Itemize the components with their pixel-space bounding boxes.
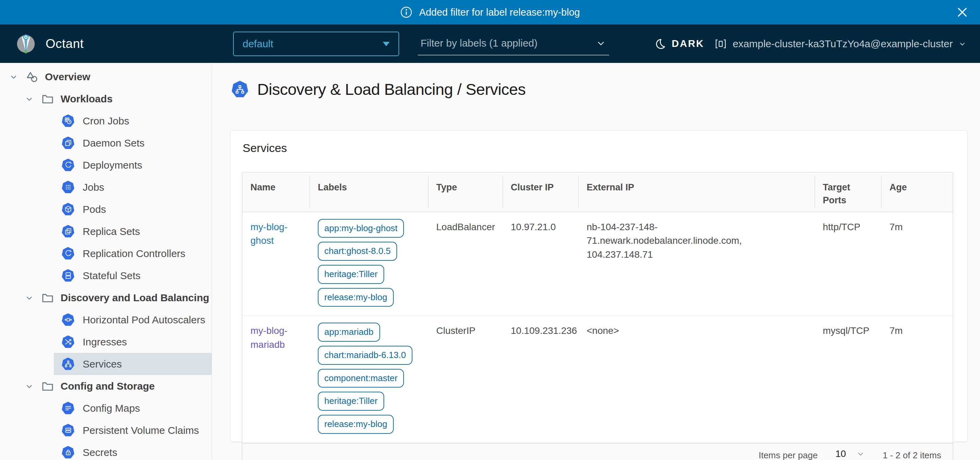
label-filter-input[interactable]: Filter by labels (1 applied) [418, 32, 609, 56]
column-header-type: Type [428, 172, 503, 212]
pvc-icon [62, 424, 75, 437]
sidebar-item-label: Overview [45, 71, 90, 82]
sidebar-item-label: Jobs [83, 182, 104, 193]
notification-text: Added filter for label release:my-blog [419, 7, 580, 18]
cell-age: 7m [881, 316, 953, 442]
chevron-down-icon[interactable] [24, 94, 34, 104]
sidebar-item-horizontal-pod-autoscalers[interactable]: Horizontal Pod Autoscalers [0, 309, 212, 331]
service-icon [62, 358, 75, 371]
sidebar-item-jobs[interactable]: Jobs [0, 176, 212, 198]
label-filter-text: Filter by labels (1 applied) [421, 37, 538, 49]
label-pill[interactable]: chart:mariadb-6.13.0 [318, 346, 412, 365]
sidebar-item-deployments[interactable]: Deployments [0, 154, 212, 176]
sidebar-item-config-and-storage[interactable]: Config and Storage [0, 375, 212, 397]
pagination-range: 1 - 2 of 2 items [883, 450, 941, 460]
label-pill[interactable]: heritage:Tiller [318, 392, 384, 411]
ingress-icon [62, 336, 75, 349]
label-pill[interactable]: release:my-blog [318, 415, 394, 434]
sidebar-item-label: Horizontal Pod Autoscalers [83, 314, 205, 326]
label-pill[interactable]: chart:ghost-8.0.5 [318, 242, 397, 261]
sidebar-item-discovery-and-load-balancing[interactable]: Discovery and Load Balancing [0, 287, 212, 309]
sidebar-item-replication-controllers[interactable]: Replication Controllers [0, 243, 212, 265]
close-icon[interactable] [956, 6, 969, 18]
replicaset-icon [62, 225, 75, 238]
cell-cluster-ip: 10.97.21.0 [503, 212, 579, 316]
cell-labels: app:my-blog-ghostchart:ghost-8.0.5herita… [310, 212, 428, 316]
app-header: Octant default Filter by labels (1 appli… [0, 24, 980, 63]
items-per-page-label: Items per page [759, 450, 817, 460]
sidebar-item-workloads[interactable]: Workloads [0, 88, 212, 110]
folder-icon [41, 291, 54, 305]
sidebar-item-cron-jobs[interactable]: Cron Jobs [0, 110, 212, 132]
chevron-down-icon [958, 40, 966, 48]
sidebar-item-label: Cron Jobs [83, 115, 129, 127]
cell-age: 7m [881, 212, 953, 316]
sidebar-item-label: Secrets [83, 447, 118, 458]
cell-labels: app:mariadbchart:mariadb-6.13.0component… [310, 316, 428, 442]
cell-cluster-ip: 10.109.231.236 [503, 316, 579, 442]
hpa-icon [62, 314, 75, 327]
sidebar-item-pods[interactable]: Pods [0, 198, 212, 220]
page-title: Discovery & Load Balancing / Services [231, 80, 526, 98]
card-title: Services [243, 141, 967, 155]
service-link[interactable]: my-blog-ghost [250, 222, 288, 246]
services-card: Services NameLabelsTypeCluster IPExterna… [230, 130, 968, 442]
chevron-down-icon[interactable] [9, 72, 18, 82]
datagrid-header: NameLabelsTypeCluster IPExternal IPTarge… [242, 172, 953, 212]
octant-app: Added filter for label release:my-blog O… [0, 0, 980, 460]
folder-icon [41, 92, 54, 106]
cluster-name: example-cluster-ka3TuTzYo4a@example-clus… [733, 38, 953, 50]
namespace-select[interactable]: default [233, 32, 399, 56]
label-pill[interactable]: release:my-blog [318, 288, 394, 307]
column-header-external-ip: External IP [579, 172, 815, 212]
cell-external-ip: <none> [579, 316, 815, 442]
table-row-my-blog-ghost: my-blog-ghostapp:my-blog-ghostchart:ghos… [242, 212, 953, 316]
items-per-page-select[interactable]: 10 [832, 448, 869, 460]
column-header-labels: Labels [310, 172, 428, 212]
label-pill[interactable]: app:mariadb [318, 323, 380, 342]
table-row-my-blog-mariadb: my-blog-mariadbapp:mariadbchart:mariadb-… [242, 316, 953, 443]
sidebar-item-label: Discovery and Load Balancing [60, 292, 209, 304]
sidebar-item-daemon-sets[interactable]: Daemon Sets [0, 132, 212, 154]
pod-icon [62, 203, 75, 216]
label-pill[interactable]: app:my-blog-ghost [318, 219, 404, 238]
sidebar-item-replica-sets[interactable]: Replica Sets [0, 220, 212, 243]
sidebar-item-config-maps[interactable]: Config Maps [0, 397, 212, 419]
dark-theme-toggle[interactable]: DARK [654, 24, 705, 63]
sidebar-item-label: Replica Sets [83, 226, 140, 237]
chevron-down-icon [595, 38, 606, 49]
sidebar-item-label: Config and Storage [60, 381, 155, 392]
daemonset-icon [62, 137, 75, 149]
column-header-cluster-ip: Cluster IP [503, 172, 579, 212]
cell-name: my-blog-ghost [242, 212, 310, 316]
cluster-icon [714, 37, 727, 50]
datagrid-body: my-blog-ghostapp:my-blog-ghostchart:ghos… [242, 212, 953, 443]
label-pill[interactable]: heritage:Tiller [318, 265, 384, 284]
service-link[interactable]: my-blog-mariadb [250, 325, 288, 350]
chevron-down-icon[interactable] [24, 293, 34, 303]
statefulset-icon [62, 269, 75, 282]
sidebar-item-overview[interactable]: Overview [0, 66, 212, 88]
sidebar-item-services[interactable]: Services [0, 353, 212, 375]
sidebar-item-label: Config Maps [83, 403, 140, 414]
sidebar-item-label: Persistent Volume Claims [83, 425, 199, 436]
moon-icon [654, 38, 666, 50]
page-heading: Discovery & Load Balancing / Services [257, 80, 526, 98]
cell-type: ClusterIP [428, 316, 503, 442]
sidebar-item-ingresses[interactable]: Ingresses [0, 331, 212, 353]
sidebar-item-secrets[interactable]: Secrets [0, 441, 212, 460]
sidebar-item-label: Replication Controllers [83, 248, 185, 259]
sidebar-item-label: Services [83, 358, 122, 370]
sidebar-item-persistent-volume-claims[interactable]: Persistent Volume Claims [0, 419, 212, 441]
sidebar-item-stateful-sets[interactable]: Stateful Sets [0, 265, 212, 287]
label-pill[interactable]: component:master [318, 369, 404, 388]
sidebar-item-label: Daemon Sets [83, 137, 145, 149]
sidebar-item-label: Stateful Sets [83, 270, 140, 281]
chevron-down-icon[interactable] [24, 381, 34, 391]
cell-type: LoadBalancer [428, 212, 503, 316]
cluster-selector[interactable]: example-cluster-ka3TuTzYo4a@example-clus… [714, 24, 966, 63]
sidebar-item-label: Pods [83, 204, 106, 215]
items-per-page-value: 10 [835, 449, 846, 459]
sidebar-item-label: Deployments [83, 159, 142, 171]
dark-label: DARK [672, 38, 705, 49]
